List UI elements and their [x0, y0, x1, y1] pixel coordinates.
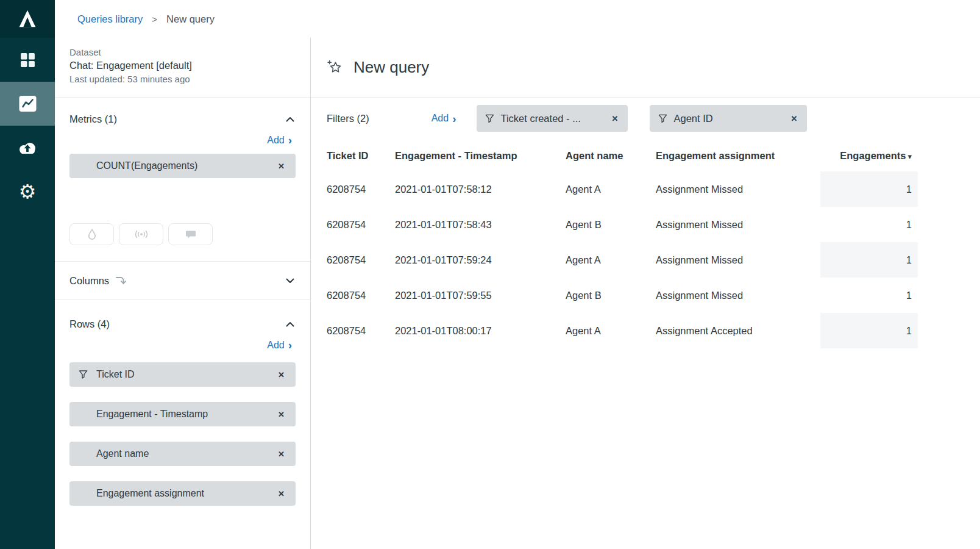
row-pill-ticket-id[interactable]: Ticket ID ✕ — [69, 362, 296, 387]
filter-chip-label: Agent ID — [673, 113, 712, 124]
column-header-agent-name: Agent name — [566, 142, 656, 171]
sidebar-item-queries[interactable] — [0, 82, 55, 126]
rows-collapse-button[interactable] — [285, 320, 296, 328]
filters-bar: Filters (2) Add › Ticket created - ... — [311, 98, 980, 142]
dataset-last-updated: Last updated: 53 minutes ago — [69, 74, 296, 84]
column-header-engagements-sort[interactable]: Engagements▾ — [820, 142, 918, 171]
cell-timestamp: 2021-01-01T07:59:55 — [395, 278, 566, 313]
column-header-ticket-id: Ticket ID — [327, 142, 395, 171]
metrics-section-title: Metrics (1) — [69, 113, 117, 125]
cell-engagements: 1 — [820, 242, 918, 278]
metrics-add-button[interactable]: Add › — [263, 134, 296, 146]
cell-assignment: Assignment Accepted — [656, 313, 820, 348]
cell-ticket-id: 6208754 — [327, 171, 395, 207]
sidebar-item-settings[interactable]: ⚙ — [0, 170, 55, 214]
table-row: 6208754 2021-01-01T07:59:24 Agent A Assi… — [327, 242, 918, 278]
table-row: 6208754 2021-01-01T08:00:17 Agent A Assi… — [327, 313, 918, 348]
metrics-collapse-button[interactable] — [285, 115, 296, 123]
remove-filter-button[interactable]: ✕ — [611, 113, 620, 124]
query-title-row: New query — [311, 38, 980, 98]
cell-timestamp: 2021-01-01T07:59:24 — [395, 242, 566, 278]
remove-row-button[interactable]: ✕ — [277, 488, 286, 500]
gear-icon: ⚙ — [19, 182, 37, 201]
chevron-right-icon: › — [288, 134, 292, 146]
app-window: ⚙ Queries library > New query Dataset Ch… — [0, 0, 980, 549]
filter-chip-ticket-created[interactable]: Ticket created - ... ✕ — [477, 105, 628, 132]
droplet-icon — [88, 229, 96, 240]
dashboard-grid-icon — [20, 52, 36, 68]
row-pill-agent-name[interactable]: Agent name ✕ — [69, 442, 296, 466]
cell-agent-name: Agent A — [566, 242, 656, 278]
row-pill-label: Ticket ID — [96, 369, 135, 380]
product-sidebar: ⚙ — [0, 0, 55, 549]
column-header-label: Engagements — [840, 150, 906, 161]
sort-caret-icon: ▾ — [907, 152, 912, 161]
breadcrumb-queries-library-link[interactable]: Queries library — [77, 13, 143, 25]
cell-agent-name: Agent A — [566, 171, 656, 207]
add-label: Add — [431, 113, 449, 124]
cell-engagements: 1 — [820, 171, 918, 207]
color-tool-button[interactable] — [69, 223, 114, 245]
cell-assignment: Assignment Missed — [656, 278, 820, 313]
columns-section-title: Columns — [69, 275, 109, 287]
rows-add-button[interactable]: Add › — [263, 339, 296, 351]
filters-add-button[interactable]: Add › — [428, 112, 460, 125]
chevron-right-icon: › — [452, 113, 456, 124]
funnel-icon — [79, 370, 88, 379]
cloud-upload-icon — [17, 140, 38, 156]
close-icon: ✕ — [278, 489, 285, 498]
remove-row-button[interactable]: ✕ — [277, 369, 286, 381]
metrics-section-header: Metrics (1) — [69, 113, 296, 125]
table-header-row: Ticket ID Engagement - Timestamp Agent n… — [327, 142, 918, 171]
chart-icon — [18, 95, 37, 112]
cell-ticket-id: 6208754 — [327, 242, 395, 278]
close-icon: ✕ — [278, 450, 285, 459]
funnel-icon — [658, 114, 667, 123]
row-pill-label: Engagement - Timestamp — [96, 409, 208, 420]
cell-agent-name: Agent A — [566, 313, 656, 348]
remove-filter-button[interactable]: ✕ — [790, 113, 799, 124]
cell-assignment: Assignment Missed — [656, 171, 820, 207]
cell-engagements: 1 — [820, 313, 918, 348]
row-pill-engagement-assignment[interactable]: Engagement assignment ✕ — [69, 481, 296, 506]
query-results-area: New query Filters (2) Add › Ticket creat — [311, 38, 980, 549]
pivot-arrow-icon — [115, 276, 126, 285]
funnel-icon — [485, 114, 494, 123]
add-label: Add — [267, 340, 284, 351]
explore-logo-icon — [16, 7, 39, 30]
dataset-label: Dataset — [69, 47, 296, 57]
remove-metric-button[interactable]: ✕ — [277, 160, 286, 172]
filter-chip-agent-id[interactable]: Agent ID ✕ — [650, 105, 807, 132]
sidebar-item-datasets[interactable] — [0, 126, 55, 170]
column-header-engagement-timestamp: Engagement - Timestamp — [395, 142, 566, 171]
cell-engagements: 1 — [820, 207, 918, 242]
content-area: Queries library > New query Dataset Chat… — [55, 0, 980, 549]
forecast-tool-button[interactable] — [119, 223, 163, 245]
sidebar-item-dashboards[interactable] — [0, 38, 55, 82]
table-row: 6208754 2021-01-01T07:59:55 Agent B Assi… — [327, 278, 918, 313]
cell-ticket-id: 6208754 — [327, 278, 395, 313]
chat-bubble-icon — [185, 230, 196, 239]
favorite-star-icon[interactable] — [327, 59, 343, 76]
cell-agent-name: Agent B — [566, 278, 656, 313]
chevron-down-icon — [286, 278, 294, 284]
close-icon: ✕ — [278, 370, 285, 379]
app-logo[interactable] — [0, 0, 55, 38]
columns-expand-button[interactable] — [285, 277, 296, 285]
add-label: Add — [267, 135, 284, 146]
remove-row-button[interactable]: ✕ — [277, 409, 286, 420]
column-header-engagement-assignment: Engagement assignment — [656, 142, 820, 171]
chevron-up-icon — [286, 321, 294, 327]
breadcrumb-separator: > — [152, 14, 157, 24]
close-icon: ✕ — [791, 114, 798, 123]
table-row: 6208754 2021-01-01T07:58:43 Agent B Assi… — [327, 207, 918, 242]
row-pill-engagement-timestamp[interactable]: Engagement - Timestamp ✕ — [69, 402, 296, 426]
cell-timestamp: 2021-01-01T07:58:12 — [395, 171, 566, 207]
cell-ticket-id: 6208754 — [327, 313, 395, 348]
page-title: New query — [353, 58, 429, 77]
annotation-tool-button[interactable] — [168, 223, 213, 245]
remove-row-button[interactable]: ✕ — [277, 448, 286, 460]
close-icon: ✕ — [278, 162, 285, 171]
metric-pill[interactable]: COUNT(Engagements) ✕ — [69, 154, 296, 178]
row-pill-label: Agent name — [96, 448, 149, 459]
